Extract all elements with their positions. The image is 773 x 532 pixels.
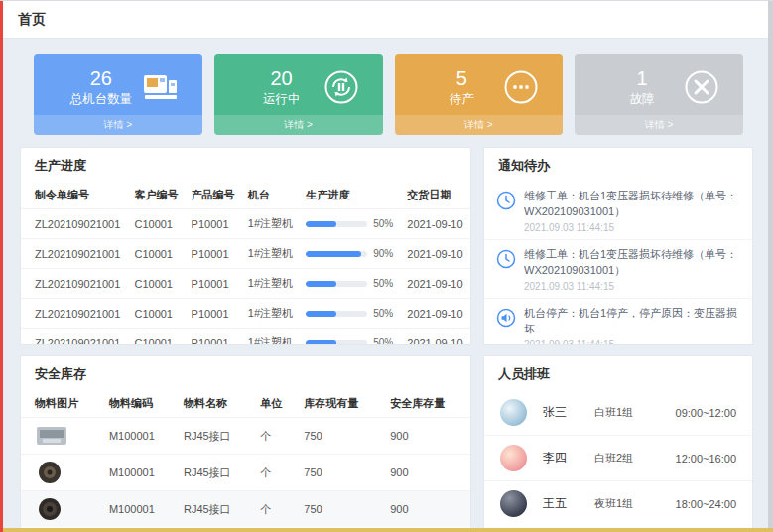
progress-bar: 50% <box>306 308 395 319</box>
table-row: ZL202109021001 C10001 P10001 1#注塑机 50% 2… <box>21 269 470 299</box>
window-edge-left <box>0 1 3 532</box>
cell-customer-no: C10001 <box>128 209 185 239</box>
progress-fill <box>306 311 336 317</box>
cell-product-no: P10001 <box>186 209 242 239</box>
running-icon <box>323 68 359 106</box>
progress-track <box>306 340 367 346</box>
cell-safety-stock: 900 <box>384 418 470 455</box>
cell-delivery-date: 2021-09-10 <box>401 269 470 299</box>
card-label: 运行中 <box>240 91 323 108</box>
panel-title: 安全库存 <box>21 356 470 390</box>
cell-order-no: ZL202109021001 <box>21 239 128 269</box>
column-header: 物料图片 <box>21 390 103 418</box>
card-fault[interactable]: 1 故障 详情 > <box>575 54 743 135</box>
cell-stock: 750 <box>298 418 384 455</box>
progress-fill <box>306 221 336 227</box>
notification-item[interactable]: 机台停产：机台1停产，停产原因：变压器损坏 2021.09.03 11:44:1… <box>484 299 752 345</box>
material-image-connector <box>35 460 97 485</box>
cell-unit: 个 <box>254 418 298 455</box>
card-detail-link[interactable]: 详情 > <box>395 115 564 135</box>
notification-text: 维修工单：机台1变压器损坏待维修（单号：WX202109031001） <box>524 189 740 220</box>
person-time: 09:00~12:00 <box>676 407 736 419</box>
avatar <box>500 399 527 426</box>
card-value: 5 <box>421 67 504 89</box>
table-row: ZL202109021001 C10001 P10001 1#注塑机 50% 2… <box>21 299 470 329</box>
column-header: 客户编号 <box>128 182 185 209</box>
card-detail-link[interactable]: 详情 > <box>575 115 743 135</box>
progress-track <box>306 221 367 227</box>
stat-cards: 26 总机台数量 详情 > 20 运行中 <box>0 39 773 147</box>
cell-delivery-date: 2021-09-10 <box>401 209 470 239</box>
progress-label: 90% <box>373 248 393 259</box>
notification-time: 2021.09.03 11:44:15 <box>524 281 740 292</box>
person-shift: 白班1组 <box>594 405 660 420</box>
schedule-row: 张三 白班1组 09:00~12:00 <box>484 390 752 436</box>
notification-time: 2021.09.03 11:44:15 <box>524 222 740 233</box>
material-image-speaker <box>35 496 97 522</box>
column-header: 产品编号 <box>186 182 242 209</box>
table-row: ZL202109021001 C10001 P10001 1#注塑机 50% 2… <box>21 329 470 346</box>
column-header: 物料编码 <box>103 390 178 418</box>
production-table: 制令单编号 客户编号 产品编号 机台 生产进度 交货日期 ZL202109021… <box>21 182 470 345</box>
card-value: 26 <box>60 67 143 89</box>
cell-delivery-date: 2021-09-10 <box>401 239 470 269</box>
cell-order-no: ZL202109021001 <box>21 299 128 329</box>
person-shift: 白班2组 <box>594 451 660 466</box>
progress-track <box>306 251 367 257</box>
avatar <box>500 445 527 471</box>
cell-customer-no: C10001 <box>128 329 185 346</box>
progress-track <box>306 281 367 287</box>
card-detail-link[interactable]: 详情 > <box>214 115 383 135</box>
cell-order-no: ZL202109021001 <box>21 329 128 346</box>
cell-material-name: RJ45接口 <box>178 491 254 528</box>
person-shift: 夜班1组 <box>594 496 660 511</box>
schedule-row: 王五 夜班1组 18:00~24:00 <box>484 481 752 526</box>
cell-product-no: P10001 <box>186 299 242 329</box>
card-label: 总机台数量 <box>60 91 143 108</box>
card-text: 26 总机台数量 <box>60 67 143 108</box>
progress-bar: 50% <box>306 278 395 289</box>
progress-fill <box>306 251 361 257</box>
more-icon <box>503 68 539 106</box>
progress-label: 50% <box>373 337 393 345</box>
safety-inventory-panel: 安全库存 物料图片 物料编码 物料名称 单位 库存现有量 安全库存量 M1000… <box>20 355 471 530</box>
progress-bar: 50% <box>306 218 395 229</box>
production-progress-panel: 生产进度 制令单编号 客户编号 产品编号 机台 生产进度 交货日期 ZL2021… <box>20 147 471 345</box>
card-value: 1 <box>600 67 684 89</box>
cell-stock: 750 <box>298 491 384 528</box>
speaker-icon <box>496 306 516 345</box>
card-total-machines[interactable]: 26 总机台数量 详情 > <box>34 54 202 135</box>
progress-label: 50% <box>373 278 393 289</box>
cell-product-no: P10001 <box>186 239 242 269</box>
card-fault-body: 1 故障 <box>575 54 743 115</box>
progress-track <box>306 311 367 317</box>
person-time: 18:00~24:00 <box>676 498 736 510</box>
cell-delivery-date: 2021-09-10 <box>401 299 470 329</box>
panel-title: 通知待办 <box>484 148 752 182</box>
column-header: 单位 <box>254 390 298 418</box>
cell-unit: 个 <box>254 491 298 528</box>
notification-item[interactable]: 维修工单：机台1变压器损坏待维修（单号：WX202109031001） 2021… <box>484 240 752 299</box>
schedule-row: 李四 白班2组 12:00~16:00 <box>484 436 752 481</box>
cell-customer-no: C10001 <box>128 269 185 299</box>
card-waiting[interactable]: 5 待产 详情 > <box>395 54 564 135</box>
dashboard-grid: 生产进度 制令单编号 客户编号 产品编号 机台 生产进度 交货日期 ZL2021… <box>0 147 773 530</box>
card-running[interactable]: 20 运行中 详情 > <box>214 54 383 135</box>
personnel-schedule-panel: 人员排班 张三 白班1组 09:00~12:00 李四 白班2组 12:00~1… <box>483 355 753 530</box>
notification-item[interactable]: 维修工单：机台1变压器损坏待维修（单号：WX202109031001） 2021… <box>484 182 752 240</box>
column-header: 机台 <box>242 182 300 209</box>
column-header: 物料名称 <box>178 390 254 418</box>
cell-order-no: ZL202109021001 <box>21 269 128 299</box>
column-header: 生产进度 <box>300 182 401 209</box>
card-detail-link[interactable]: 详情 > <box>34 115 202 135</box>
progress-bar: 50% <box>306 337 395 345</box>
card-label: 故障 <box>600 91 684 108</box>
table-row: M100001 RJ45接口 个 750 900 <box>21 418 470 455</box>
cell-stock: 750 <box>298 455 384 491</box>
column-header: 库存现有量 <box>298 390 384 418</box>
column-header: 安全库存量 <box>384 390 470 418</box>
notification-text: 机台停产：机台1停产，停产原因：变压器损坏 <box>524 306 740 337</box>
table-row: M100001 RJ45接口 个 750 900 <box>21 491 470 528</box>
page-header: 首页 <box>0 1 773 39</box>
table-header-row: 制令单编号 客户编号 产品编号 机台 生产进度 交货日期 <box>21 182 470 209</box>
